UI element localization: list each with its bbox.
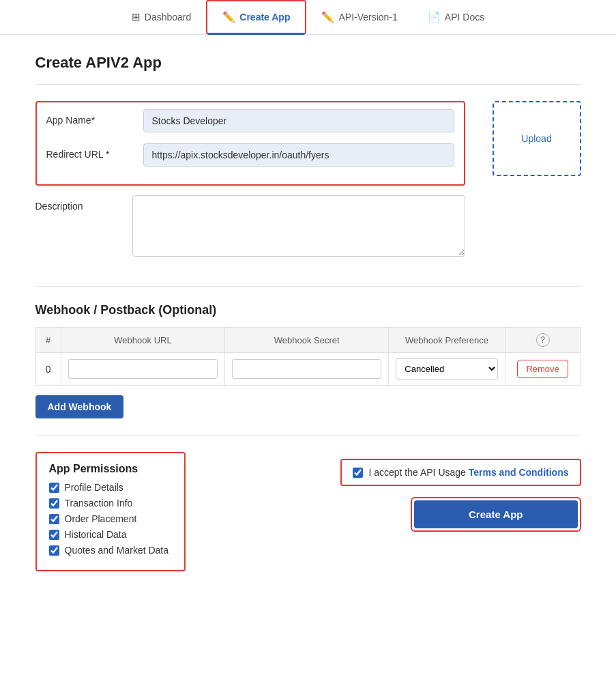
description-input[interactable]	[132, 195, 465, 257]
dashboard-icon: ⊞	[132, 11, 141, 23]
webhook-divider	[35, 286, 581, 287]
tab-api-docs[interactable]: 📄 API Docs	[413, 1, 499, 33]
description-row: Description	[35, 195, 465, 259]
terms-text-before: I accept the API Usage	[368, 467, 468, 478]
permission-item-4: Quotes and Market Data	[49, 545, 172, 556]
api-version-icon: ✏️	[321, 11, 334, 23]
col-webhook-url: Webhook URL	[61, 328, 224, 353]
permission-item-1: Transaction Info	[49, 498, 172, 509]
terms-row: I accept the API Usage Terms and Conditi…	[340, 459, 581, 486]
terms-checkbox[interactable]	[353, 468, 363, 478]
webhook-secret-cell	[225, 353, 389, 386]
redirect-url-input[interactable]	[143, 143, 454, 167]
webhook-preference-cell: Cancelled Active Inactive	[389, 353, 505, 386]
permission-item-2: Order Placement	[49, 513, 172, 524]
create-app-button[interactable]: Create App	[414, 500, 577, 528]
add-webhook-button[interactable]: Add Webhook	[35, 395, 124, 418]
bottom-layout: App Permissions Profile Details Transact…	[35, 452, 581, 588]
webhook-section: Webhook / Postback (Optional) # Webhook …	[35, 303, 581, 418]
webhook-table-head: # Webhook URL Webhook Secret Webhook Pre…	[35, 328, 581, 353]
form-section: App Name* Redirect URL * Description	[35, 101, 581, 270]
col-webhook-preference: Webhook Preference	[389, 328, 505, 353]
webhook-url-cell	[61, 353, 224, 386]
permission-label-4: Quotes and Market Data	[65, 545, 169, 556]
webhook-url-input[interactable]	[68, 359, 218, 379]
permission-checkbox-3[interactable]	[49, 530, 59, 540]
webhook-title: Webhook / Postback (Optional)	[35, 303, 581, 317]
form-fields: App Name* Redirect URL * Description	[35, 101, 465, 270]
remove-webhook-button[interactable]: Remove	[517, 360, 568, 378]
name-url-highlight: App Name* Redirect URL *	[35, 101, 465, 186]
description-input-wrapper	[132, 195, 465, 259]
permission-checkbox-0[interactable]	[49, 483, 59, 493]
permissions-divider	[35, 435, 581, 436]
tab-create-app-label: Create App	[239, 12, 290, 23]
create-app-button-wrapper: Create App	[411, 497, 581, 532]
app-name-input[interactable]	[143, 109, 454, 132]
webhook-header-row: # Webhook URL Webhook Secret Webhook Pre…	[35, 328, 581, 353]
description-label: Description	[35, 195, 124, 212]
webhook-remove-cell: Remove	[505, 353, 581, 386]
tab-api-docs-label: API Docs	[445, 12, 484, 23]
webhook-secret-input[interactable]	[232, 359, 381, 379]
redirect-url-input-wrapper	[143, 143, 454, 167]
permission-item-3: Historical Data	[49, 529, 172, 540]
permission-label-3: Historical Data	[65, 529, 127, 540]
nav-bar: ⊞ Dashboard ✏️ Create App ✏️ API-Version…	[0, 0, 616, 35]
col-hash: #	[35, 328, 61, 353]
redirect-url-row: Redirect URL *	[46, 143, 454, 167]
col-webhook-secret: Webhook Secret	[225, 328, 389, 353]
permissions-box: App Permissions Profile Details Transact…	[35, 452, 186, 571]
terms-link[interactable]: Terms and Conditions	[469, 467, 569, 478]
permission-label-1: Transaction Info	[65, 498, 133, 509]
permission-label-0: Profile Details	[65, 482, 123, 493]
col-help: ?	[505, 328, 581, 353]
create-app-icon: ✏️	[222, 11, 235, 23]
tab-dashboard-label: Dashboard	[145, 12, 192, 23]
permission-checkbox-2[interactable]	[49, 514, 59, 524]
tab-api-version[interactable]: ✏️ API-Version-1	[306, 1, 412, 33]
upload-area[interactable]: Upload	[493, 101, 581, 176]
webhook-table: # Webhook URL Webhook Secret Webhook Pre…	[35, 327, 581, 386]
redirect-url-label: Redirect URL *	[46, 143, 135, 160]
title-divider	[35, 84, 581, 85]
permissions-title: App Permissions	[49, 463, 172, 475]
webhook-row-0: 0 Cancelled Active Inactive	[35, 353, 581, 386]
permission-item-0: Profile Details	[49, 482, 172, 493]
permission-checkbox-4[interactable]	[49, 545, 59, 556]
tab-create-app[interactable]: ✏️ Create App	[206, 0, 306, 34]
page-title: Create APIV2 App	[35, 54, 581, 72]
terms-text: I accept the API Usage Terms and Conditi…	[368, 467, 568, 478]
page-content: Create APIV2 App App Name* Redirect URL …	[15, 35, 602, 607]
bottom-section: I accept the API Usage Terms and Conditi…	[340, 459, 581, 532]
tab-dashboard[interactable]: ⊞ Dashboard	[117, 1, 207, 33]
permissions-section: App Permissions Profile Details Transact…	[35, 452, 186, 571]
webhook-table-body: 0 Cancelled Active Inactive	[35, 353, 581, 386]
permission-label-2: Order Placement	[65, 513, 137, 524]
upload-label: Upload	[521, 133, 551, 144]
tab-api-version-label: API-Version-1	[338, 12, 397, 23]
app-name-input-wrapper	[143, 109, 454, 132]
help-icon[interactable]: ?	[536, 333, 550, 347]
app-name-row: App Name*	[46, 109, 454, 132]
api-docs-icon: 📄	[428, 11, 441, 23]
permission-checkbox-1[interactable]	[49, 498, 59, 509]
webhook-row-number: 0	[35, 353, 61, 386]
webhook-preference-select[interactable]: Cancelled Active Inactive	[396, 358, 497, 380]
app-name-label: App Name*	[46, 109, 135, 126]
